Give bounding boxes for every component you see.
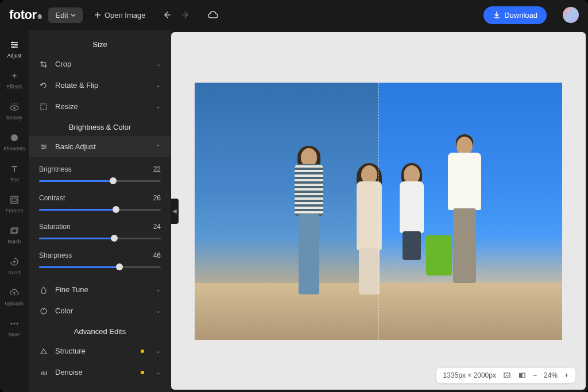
panel-item-label: Rotate & Flip [55,81,98,90]
panel-item-resize[interactable]: Resize ⌄ [29,96,171,117]
sidebar-item-effects[interactable]: Effects [0,64,29,95]
sidebar-item-beauty[interactable]: Beauty [0,95,29,126]
panel-item-label: Denoise [55,368,83,377]
badge-dot [141,371,144,374]
download-label: Download [504,11,537,20]
palette-icon [39,307,48,315]
triangle-icon [39,347,48,355]
chevron-down-icon: ⌄ [156,368,161,376]
chevron-down-icon: ⌄ [156,81,161,89]
chevron-down-icon [71,13,76,18]
bars-icon [39,368,48,377]
svg-rect-7 [13,198,16,201]
svg-point-1 [16,44,17,46]
panel-item-label: Resize [55,102,78,111]
slider-label-brightness: Brightness [39,165,72,173]
sidebar-label: Adjust [7,53,21,59]
slider-label-contrast: Contrast [39,194,65,202]
sidebar-item-elements[interactable]: Elements [0,126,29,157]
ai-icon [9,256,20,267]
panel-item-structure[interactable]: Structure ⌄ [29,340,171,362]
panel-item-label: Basic Adjust [55,142,96,151]
open-image-label: Open Image [105,11,146,20]
svg-rect-22 [522,373,525,378]
slider-value-sharpness: 46 [153,251,161,259]
slider-thumb[interactable] [110,177,117,184]
sidebar-item-frames[interactable]: Frames [0,188,29,219]
image-dimensions: 1335px × 2000px [443,371,496,379]
sparkle-icon [9,70,20,81]
fit-screen-button[interactable] [503,371,511,379]
svg-point-11 [11,323,13,325]
svg-rect-20 [504,373,510,378]
sidebar-item-batch[interactable]: Batch [0,219,29,250]
zoom-out-button[interactable]: − [533,371,537,379]
panel-item-rotate-flip[interactable]: Rotate & Flip ⌄ [29,75,171,96]
sidebar-label: Frames [6,208,24,214]
slider-label-saturation: Saturation [39,223,71,231]
svg-point-2 [13,46,15,48]
chevron-down-icon: ⌄ [156,286,161,293]
chevron-up-icon: ⌄ [156,143,161,150]
sidebar-label: AI Art [8,270,21,275]
svg-point-5 [11,134,18,141]
compare-toggle-button[interactable] [518,371,526,379]
image-icon [503,371,511,379]
sidebar-label: Effects [6,84,22,90]
panel-item-crop[interactable]: Crop ⌄ [29,53,171,75]
collapse-panel-button[interactable]: ◀ [171,199,179,224]
figure [393,165,431,309]
compare-divider[interactable] [378,83,379,340]
compare-icon [518,371,526,379]
cloud-up-icon [9,287,20,298]
avatar[interactable] [563,7,579,23]
droplet-icon [39,286,48,294]
panel-item-color[interactable]: Color ⌄ [29,300,171,321]
contrast-slider[interactable] [39,204,161,215]
section-title-size: Size [29,34,171,53]
slider-thumb[interactable] [111,235,118,242]
svg-rect-6 [11,196,18,203]
svg-point-12 [14,323,16,325]
sidebar-item-uploads[interactable]: Uploads [0,281,29,312]
image-preview[interactable] [195,83,562,340]
star-icon [9,132,20,143]
eye-icon [9,101,20,112]
chevron-down-icon: ⌄ [156,347,161,355]
sidebar-item-adjust[interactable]: Adjust [0,33,29,64]
sidebar-item-ai-art[interactable]: AI Art [0,250,29,281]
section-title-brightness-color: Brightness & Color [29,117,171,136]
brightness-slider[interactable] [39,176,161,186]
svg-point-19 [43,309,44,310]
svg-point-4 [13,107,16,109]
sidebar-item-text[interactable]: Text [0,157,29,188]
topbar: fotor® Edit Open Image Download [0,0,588,30]
panel-item-denoise[interactable]: Denoise ⌄ [29,362,171,383]
sharpness-slider[interactable] [39,262,161,272]
panel-item-label: Structure [55,347,86,355]
svg-point-13 [17,323,18,325]
open-image-button[interactable]: Open Image [90,7,150,23]
back-button[interactable] [161,10,172,20]
edit-menu-button[interactable]: Edit [48,7,82,23]
slider-thumb[interactable] [113,206,119,213]
cloud-sync-button[interactable] [207,10,219,20]
download-button[interactable]: Download [483,6,547,24]
cloud-icon [207,10,219,20]
zoom-in-button[interactable]: + [564,371,568,379]
panel-item-fine-tune[interactable]: Fine Tune ⌄ [29,279,171,300]
svg-rect-21 [519,373,522,378]
slider-thumb[interactable] [116,263,123,270]
forward-button[interactable] [181,10,191,20]
rotate-icon [39,81,48,90]
tool-sidebar: Adjust Effects Beauty Elements Text Fram… [0,30,29,392]
panel-item-basic-adjust[interactable]: Basic Adjust ⌄ [29,136,171,157]
slider-value-brightness: 22 [153,165,161,173]
saturation-slider[interactable] [39,233,161,243]
slider-value-saturation: 24 [153,223,161,231]
sidebar-item-more[interactable]: More [0,312,29,343]
crop-icon [39,60,48,68]
sidebar-label: Beauty [6,115,22,121]
canvas[interactable]: ◀ 1335px × 2000px − 24% + [171,32,586,390]
text-icon [9,163,20,174]
